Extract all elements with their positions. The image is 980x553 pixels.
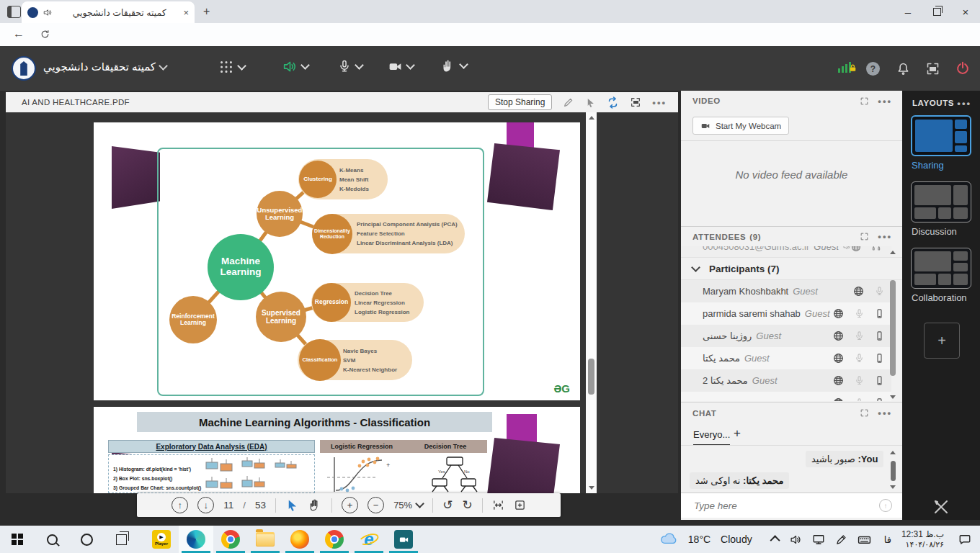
chat-send-button[interactable]: ↑	[879, 499, 892, 512]
chat-menu-icon[interactable]: •••	[878, 408, 892, 418]
meeting-title-menu[interactable]: كميته تحقيقات دانشجويي	[43, 60, 166, 73]
tab-audio-icon[interactable]	[43, 8, 53, 17]
back-button[interactable]: ←	[13, 27, 24, 40]
layout-label-discussion[interactable]: Discussion	[912, 226, 957, 237]
pan-hand-tool[interactable]	[308, 498, 322, 512]
taskbar-app-chrome[interactable]	[213, 526, 248, 553]
attendee-row[interactable]: محمد یکتا 2Guest	[681, 369, 891, 392]
attendees-scroll-down[interactable]	[890, 395, 896, 399]
weather-desc[interactable]: Cloudy	[721, 534, 752, 545]
attendee-row[interactable]: محمد یکتاGuest	[681, 347, 891, 369]
presentation-fullscreen-icon[interactable]	[630, 96, 641, 108]
taskbar-app-edge[interactable]	[179, 526, 213, 553]
fit-width-button[interactable]	[492, 499, 504, 511]
notification-center-icon[interactable]	[958, 533, 971, 546]
new-tab-button[interactable]: +	[203, 5, 210, 18]
whiteboard-area[interactable]: K-MeansMean ShiftK-Medoids Principal Com…	[6, 112, 678, 493]
attendee-row-clipped-bottom[interactable]	[681, 392, 902, 401]
chat-tab-everyone[interactable]: Everyo...	[693, 428, 730, 446]
tab-workspaces-icon[interactable]	[7, 6, 21, 18]
taskbar-app-internet-explorer[interactable]: e	[352, 526, 386, 553]
layout-label-collaboration[interactable]: Collaboration	[912, 292, 967, 303]
window-close-button[interactable]: ×	[951, 1, 980, 22]
whiteboard-scrollbar[interactable]	[586, 112, 597, 493]
rotate-cw-button[interactable]: ↻	[462, 498, 472, 513]
chat-add-tab-button[interactable]: +	[734, 426, 741, 441]
chat-scroll-up[interactable]	[890, 451, 896, 454]
apps-grid-menu[interactable]	[218, 59, 245, 75]
select-cursor-tool[interactable]	[285, 498, 299, 512]
clock[interactable]: 12:31 ب.ظ ۱۴۰۴/۰۸/۲۶	[901, 529, 944, 550]
layout-label-sharing[interactable]: Sharing	[912, 160, 944, 171]
raise-hand-menu[interactable]	[441, 58, 467, 73]
connection-status[interactable]	[838, 62, 858, 73]
swap-presenter-icon[interactable]	[607, 96, 619, 109]
chat-scroll-thumb[interactable]	[891, 461, 896, 481]
zoom-level-select[interactable]: 75%	[393, 500, 423, 511]
start-button[interactable]	[0, 526, 35, 553]
fit-page-button[interactable]	[514, 499, 526, 511]
attendees-scroll-up[interactable]	[890, 251, 896, 254]
tab-close-icon[interactable]: ×	[183, 7, 189, 18]
start-webcam-button[interactable]: Start My Webcam	[692, 117, 789, 135]
rotate-ccw-button[interactable]: ↺	[442, 498, 453, 513]
add-layout-button[interactable]: +	[924, 323, 960, 359]
presentation-menu-icon[interactable]: •••	[652, 97, 667, 108]
taskbar-app-firefox[interactable]	[282, 526, 317, 553]
video-menu-icon[interactable]: •••	[878, 96, 892, 107]
participants-group-toggle[interactable]: Participants (7)	[681, 258, 902, 280]
taskbar-app-chrome-2[interactable]	[317, 526, 352, 553]
language-indicator[interactable]: فا	[884, 534, 891, 545]
weather-cloud-icon[interactable]	[659, 530, 678, 549]
help-button[interactable]: ?	[866, 62, 880, 76]
leave-meeting-button[interactable]	[955, 60, 971, 76]
layouts-menu-icon[interactable]: •••	[957, 98, 971, 109]
stop-sharing-button[interactable]: Stop Sharing	[488, 94, 552, 110]
tools-icon[interactable]	[932, 498, 950, 516]
microphone-menu[interactable]	[337, 59, 362, 73]
next-page-button[interactable]: ↓	[197, 497, 214, 513]
taskbar-app-capture[interactable]	[386, 526, 421, 553]
tray-pen-icon[interactable]	[835, 534, 847, 546]
page-current[interactable]: 11	[223, 500, 233, 511]
attendees-fullscreen-icon[interactable]	[860, 232, 869, 241]
taskbar-app-file-explorer[interactable]	[248, 526, 282, 553]
tray-volume-icon[interactable]	[790, 534, 802, 546]
previous-page-button[interactable]: ↑	[172, 497, 188, 513]
attendee-row-clipped[interactable]: 0004508031@Gums.ac.ir Guest	[681, 246, 902, 258]
tray-keyboard-icon[interactable]	[858, 533, 871, 547]
refresh-button[interactable]	[40, 29, 50, 40]
tray-overflow-chevron[interactable]	[770, 535, 780, 545]
window-minimize-button[interactable]: –	[894, 1, 922, 22]
window-restore-button[interactable]	[922, 1, 951, 22]
chat-fullscreen-icon[interactable]	[860, 408, 869, 418]
layout-option-sharing[interactable]	[911, 115, 971, 156]
notifications-bell-icon[interactable]	[896, 61, 911, 76]
scroll-down-arrow[interactable]	[589, 486, 594, 490]
attendees-menu-icon[interactable]: •••	[878, 231, 892, 242]
scroll-up-arrow[interactable]	[589, 116, 594, 120]
cortana-icon[interactable]	[69, 526, 104, 553]
speaker-menu[interactable]	[282, 59, 308, 74]
fullscreen-button[interactable]	[925, 61, 980, 76]
zoom-out-button[interactable]: −	[368, 497, 384, 513]
attendee-row[interactable]: Maryam KhoshbakhtGuest	[681, 280, 891, 302]
taskbar-search-icon[interactable]	[35, 526, 69, 553]
tray-network-icon[interactable]	[812, 533, 825, 546]
task-view-icon[interactable]	[104, 526, 138, 553]
pointer-tool-icon[interactable]	[585, 97, 596, 108]
video-fullscreen-icon[interactable]	[860, 96, 869, 106]
annotate-pencil-icon[interactable]	[563, 96, 574, 108]
webcam-menu[interactable]	[388, 59, 414, 74]
zoom-in-button[interactable]: +	[342, 497, 358, 513]
weather-temp[interactable]: 18°C	[688, 534, 710, 545]
attendee-row[interactable]: parmida saremi shahabGuest	[681, 302, 891, 325]
layout-option-collaboration[interactable]	[911, 248, 971, 289]
attendee-row[interactable]: روژینا حسنیGuest	[681, 325, 891, 347]
chat-scroll-down[interactable]	[890, 485, 896, 489]
layout-option-discussion[interactable]	[911, 181, 971, 222]
taskbar-app-player[interactable]: ▶ Player	[144, 526, 179, 553]
browser-tab[interactable]: كميته تحقيقات دانشجويي ×	[22, 1, 195, 23]
chat-input[interactable]	[692, 500, 879, 512]
attendees-scroll-thumb[interactable]	[890, 280, 896, 376]
